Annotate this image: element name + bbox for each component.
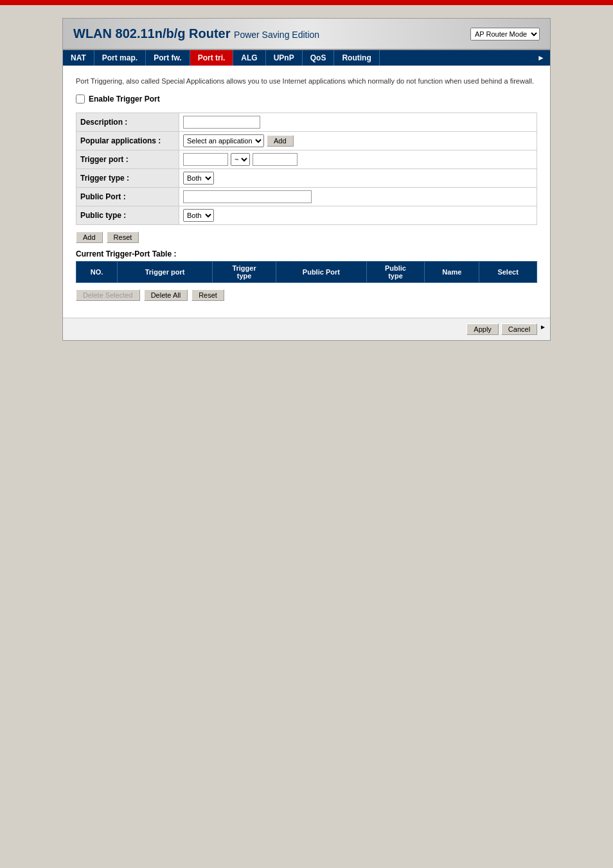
popular-apps-add-btn[interactable]: Add	[267, 135, 294, 147]
public-port-input[interactable]	[183, 190, 312, 203]
title-normal: Power Saving Edition	[234, 30, 319, 40]
nav-portmap[interactable]: Port map.	[94, 50, 146, 66]
scroll-arrow[interactable]: ►	[540, 323, 546, 335]
description-input[interactable]	[183, 116, 260, 129]
nav-nat[interactable]: NAT	[63, 50, 94, 66]
nav-bar: NAT Port map. Port fw. Port tri. ALG UPn…	[63, 50, 550, 66]
trigger-port-row: Trigger port : ~	[76, 150, 537, 168]
trigger-port-wrapper: ~	[183, 153, 533, 166]
trigger-port-separator[interactable]: ~	[231, 153, 250, 166]
delete-selected-btn[interactable]: Delete Selected	[76, 289, 140, 301]
nav-routing[interactable]: Routing	[334, 50, 379, 66]
col-trigger-type: Triggertype	[212, 261, 276, 282]
nav-arrow[interactable]: ►	[532, 50, 550, 66]
form-table: Description : Popular applications : Sel…	[76, 113, 537, 225]
router-title: WLAN 802.11n/b/g Router Power Saving Edi…	[73, 26, 319, 41]
public-type-row: Public type : Both TCP UDP	[76, 206, 537, 224]
popular-apps-label: Popular applications :	[76, 131, 179, 150]
trigger-port-label: Trigger port :	[76, 150, 179, 168]
mode-select-wrapper[interactable]: AP Router Mode Client Mode Bridge Mode	[470, 28, 540, 41]
delete-all-btn[interactable]: Delete All	[144, 289, 188, 301]
cancel-btn[interactable]: Cancel	[501, 323, 537, 335]
trigger-type-label: Trigger type :	[76, 168, 179, 187]
title-bold: WLAN 802.11n/b/g Router	[73, 26, 230, 41]
col-public-type: Publictype	[366, 261, 425, 282]
trigger-type-select[interactable]: Both TCP UDP	[183, 172, 214, 185]
public-type-label: Public type :	[76, 206, 179, 224]
nav-alg[interactable]: ALG	[233, 50, 265, 66]
form-add-btn[interactable]: Add	[76, 231, 103, 243]
table-reset-btn[interactable]: Reset	[191, 289, 224, 301]
description-label: Description :	[76, 113, 179, 131]
public-type-select[interactable]: Both TCP UDP	[183, 209, 214, 222]
public-port-label: Public Port :	[76, 187, 179, 206]
table-title: Current Trigger-Port Table :	[76, 249, 537, 258]
trigger-port-table: NO. Trigger port Triggertype Public Port…	[76, 261, 537, 283]
public-port-row: Public Port :	[76, 187, 537, 206]
col-no: NO.	[76, 261, 118, 282]
form-action-buttons: Add Reset	[76, 231, 537, 243]
col-select: Select	[479, 261, 537, 282]
form-reset-btn[interactable]: Reset	[107, 231, 139, 243]
trigger-port-start-input[interactable]	[183, 153, 228, 166]
nav-qos[interactable]: QoS	[303, 50, 335, 66]
bottom-actions: Apply Cancel ►	[63, 318, 550, 340]
popular-apps-select[interactable]: Select an application	[183, 134, 264, 147]
col-trigger-port: Trigger port	[118, 261, 213, 282]
enable-row: Enable Trigger Port	[76, 95, 537, 104]
trigger-port-end-input[interactable]	[253, 153, 298, 166]
nav-porttri[interactable]: Port tri.	[190, 50, 234, 66]
table-action-buttons: Delete Selected Delete All Reset	[76, 289, 537, 301]
nav-upnp[interactable]: UPnP	[266, 50, 303, 66]
app-select-wrapper: Select an application Add	[183, 134, 533, 147]
col-public-port: Public Port	[276, 261, 366, 282]
table-header-row: NO. Trigger port Triggertype Public Port…	[76, 261, 537, 282]
content-area: Port Triggering, also called Special App…	[63, 66, 550, 318]
enable-trigger-label: Enable Trigger Port	[89, 95, 160, 104]
popular-apps-row: Popular applications : Select an applica…	[76, 131, 537, 150]
enable-trigger-checkbox[interactable]	[76, 95, 85, 104]
mode-select[interactable]: AP Router Mode Client Mode Bridge Mode	[470, 28, 540, 41]
trigger-type-row: Trigger type : Both TCP UDP	[76, 168, 537, 187]
nav-portfw[interactable]: Port fw.	[146, 50, 190, 66]
router-header: WLAN 802.11n/b/g Router Power Saving Edi…	[63, 19, 550, 50]
description-row: Description :	[76, 113, 537, 131]
apply-btn[interactable]: Apply	[466, 323, 499, 335]
intro-text: Port Triggering, also called Special App…	[76, 76, 537, 87]
col-name: Name	[425, 261, 479, 282]
